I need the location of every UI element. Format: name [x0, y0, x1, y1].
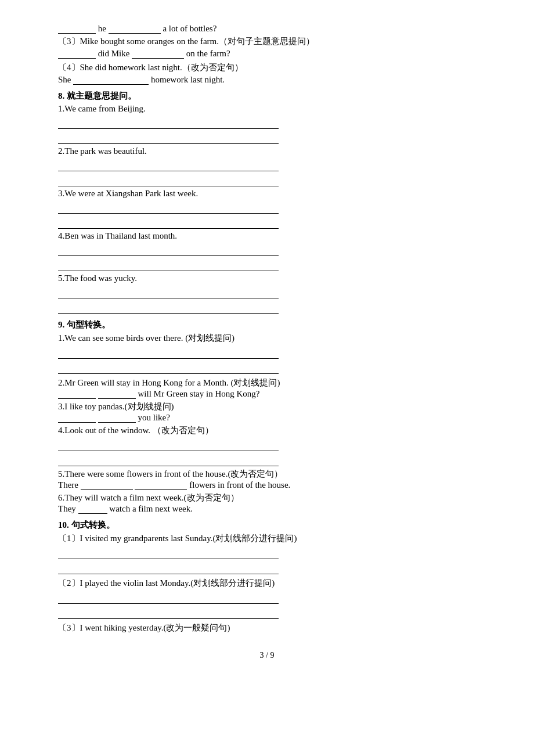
section-9-title: 9. 句型转换。: [58, 319, 476, 330]
s9-item2: 2.Mr Green will stay in Hong Kong for a …: [58, 377, 476, 399]
item-4-line: She homework last night.: [58, 74, 476, 85]
item-4-block: 〔4〕She did homework last night.（改为否定句） S…: [58, 62, 476, 85]
s9-item2-line: will Mr Green stay in Hong Kong?: [58, 388, 476, 399]
s10-item1: 〔1〕I visited my grandparents last Sunday…: [58, 533, 476, 574]
s9-item4-label: 4.Look out of the window. （改为否定句）: [58, 425, 476, 436]
section-10-title: 10. 句式转换。: [58, 520, 476, 531]
s9-item5-label: 5.There were some flowers in front of th…: [58, 469, 476, 480]
s9-item5: 5.There were some flowers in front of th…: [58, 469, 476, 490]
item-3-block: 〔3〕Mike bought some oranges on the farm.…: [58, 36, 476, 59]
s9-item1-label: 1.We can see some birds over there. (对划线…: [58, 333, 476, 344]
s10-item2-label: 〔2〕I played the violin last Monday.(对划线部…: [58, 578, 476, 589]
s9-item6: 6.They will watch a film next week.(改为否定…: [58, 492, 476, 514]
text-he: he: [98, 24, 109, 33]
s9-item3-label: 3.I like toy pandas.(对划线提问): [58, 401, 476, 412]
s8-item1: 1.We came from Beijing.: [58, 104, 476, 144]
s9-item3-line: you like?: [58, 412, 476, 423]
s9-item1: 1.We can see some birds over there. (对划线…: [58, 333, 476, 374]
s9-item5-line: There flowers in front of the house.: [58, 480, 476, 490]
s10-item2: 〔2〕I played the violin last Monday.(对划线部…: [58, 578, 476, 619]
item-3-line: did Mike on the farm?: [58, 48, 476, 59]
s8-item3: 3.We were at Xiangshan Park last week.: [58, 189, 476, 229]
s8-item4: 4.Ben was in Thailand last month.: [58, 231, 476, 271]
s9-item4: 4.Look out of the window. （改为否定句）: [58, 425, 476, 466]
text-bottles: a lot of bottles?: [163, 24, 217, 33]
item-4-label: 〔4〕She did homework last night.（改为否定句）: [58, 62, 476, 73]
section-9: 9. 句型转换。 1.We can see some birds over th…: [58, 319, 476, 514]
section-10: 10. 句式转换。 〔1〕I visited my grandparents l…: [58, 520, 476, 633]
s10-item3: 〔3〕I went hiking yesterday.(改为一般疑问句): [58, 622, 476, 633]
item-3-label: 〔3〕Mike bought some oranges on the farm.…: [58, 36, 476, 47]
s9-item6-line: They watch a film next week.: [58, 503, 476, 514]
s10-item1-label: 〔1〕I visited my grandparents last Sunday…: [58, 533, 476, 544]
page-number: 3 / 9: [58, 651, 476, 660]
s8-item5: 5.The food was yucky.: [58, 273, 476, 314]
s9-item3: 3.I like toy pandas.(对划线提问) you like?: [58, 401, 476, 423]
s9-item6-label: 6.They will watch a film next week.(改为否定…: [58, 492, 476, 503]
main-content: he a lot of bottles? 〔3〕Mike bought some…: [58, 23, 476, 633]
blank1: [58, 24, 96, 33]
section-8: 8. 就主题意思提问。 1.We came from Beijing. 2.Th…: [58, 91, 476, 314]
s10-item3-label: 〔3〕I went hiking yesterday.(改为一般疑问句): [58, 622, 476, 633]
s9-item2-label: 2.Mr Green will stay in Hong Kong for a …: [58, 377, 476, 388]
s8-item2: 2.The park was beautiful.: [58, 146, 476, 186]
section-8-title: 8. 就主题意思提问。: [58, 91, 476, 102]
intro-line: he a lot of bottles?: [58, 23, 476, 34]
